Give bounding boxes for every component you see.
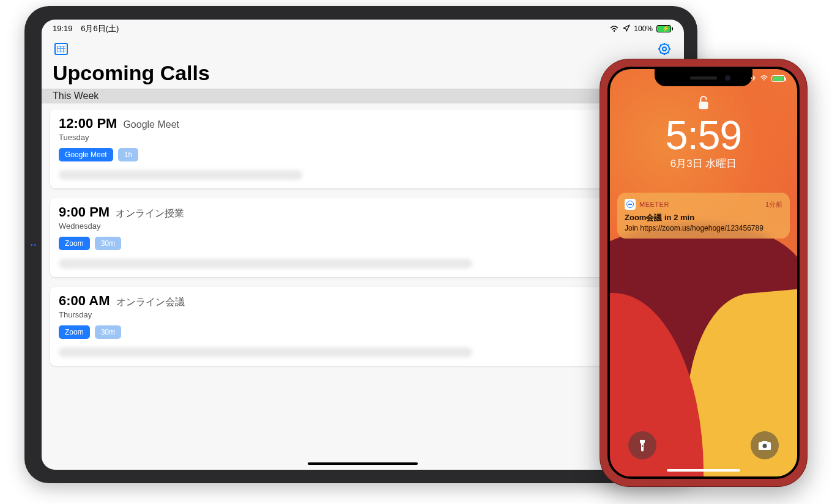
battery-icon: ⚡ [656,25,673,32]
home-indicator[interactable] [667,469,740,472]
svg-point-6 [763,444,767,448]
call-title: Google Meet [123,119,179,130]
redacted-url [59,259,472,269]
notification-app-name: MEETER [639,201,669,208]
call-title: オンライン授業 [116,207,184,220]
flashlight-button[interactable] [628,431,656,459]
svg-rect-4 [699,102,708,109]
call-time: 12:00 PM [59,116,117,132]
calendar-icon[interactable] [53,40,70,57]
ipad-screen: 19:19 6月6日(土) 100% ⚡ [42,20,684,470]
notification-title: Zoom会議 in 2 min [625,212,782,223]
notification-body: Join https://zoom.us/hogehoge/123456789 [625,224,782,232]
service-tag: Zoom [59,325,90,339]
duration-tag: 30m [95,237,121,250]
notification-card[interactable]: MEETER 1分前 Zoom会議 in 2 min Join https://… [617,193,790,239]
camera-button[interactable] [751,431,779,459]
page-title: Upcoming Calls [42,59,684,89]
lock-date: 6月3日 水曜日 [610,157,797,171]
ipad-side-indicator: •• [31,242,37,248]
svg-point-1 [659,44,669,54]
redacted-url [59,347,472,357]
call-day: Thursday [59,310,667,319]
iphone-device-frame: ✈ 5:59 6月3日 水曜日 MEETER [600,59,808,487]
service-tag: Zoom [59,237,90,250]
notification-app-icon [625,199,636,210]
svg-rect-5 [642,445,643,447]
svg-point-2 [663,47,666,51]
call-time: 6:00 AM [59,293,110,309]
calls-list: 12:00 PM Google Meet Tuesday Google Meet… [42,103,684,382]
duration-tag: 30m [95,325,121,339]
ipad-status-bar: 19:19 6月6日(土) 100% ⚡ [42,20,684,35]
ipad-device-frame: •• 19:19 6月6日(土) 100% ⚡ [24,6,697,483]
iphone-status-bar: ✈ [610,74,797,83]
home-indicator[interactable] [308,462,418,465]
call-title: オンライン会議 [116,296,185,309]
status-time: 19:19 [53,24,73,33]
iphone-lock-screen: ✈ 5:59 6月3日 水曜日 MEETER [610,69,797,476]
call-day: Wednesday [59,221,667,231]
duration-tag: 1h [118,148,138,161]
battery-icon [771,75,785,82]
wifi-icon [609,24,619,34]
airplane-icon: ✈ [751,74,757,83]
redacted-url [59,170,302,180]
notification-ago: 1分前 [765,200,782,209]
app-toolbar [42,35,684,59]
status-date: 6月6日(土) [81,24,119,33]
battery-percent: 100% [634,24,653,33]
svg-point-3 [763,79,765,80]
call-card[interactable]: 12:00 PM Google Meet Tuesday Google Meet… [50,109,675,188]
wifi-icon [760,74,768,83]
location-icon [623,24,630,34]
service-tag: Google Meet [59,148,113,161]
svg-point-0 [614,30,615,31]
section-header: This Week [42,89,684,103]
lock-time: 5:59 [610,115,797,155]
unlock-icon [610,95,797,114]
settings-gear-icon[interactable] [656,40,673,57]
call-card[interactable]: 9:00 PM オンライン授業 Wednesday Zoom 30m [50,198,675,277]
call-day: Tuesday [59,133,667,142]
call-time: 9:00 PM [59,204,110,220]
call-card[interactable]: 6:00 AM オンライン会議 Thursday Zoom 30m [50,287,675,366]
